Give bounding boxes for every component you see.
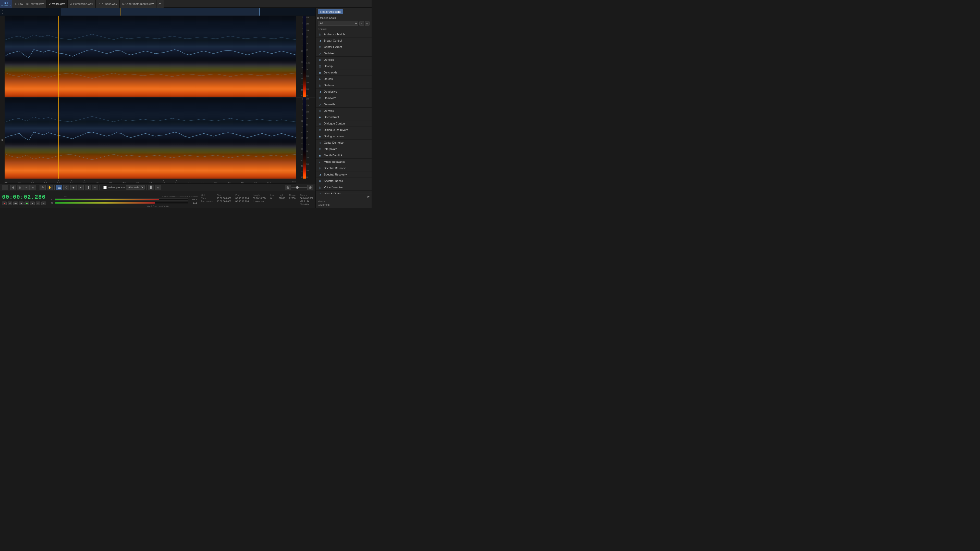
module-item-de-hum[interactable]: ◎ De-hum bbox=[316, 82, 372, 89]
expand-btn[interactable]: ▶ bbox=[366, 194, 371, 198]
module-item-center-extract[interactable]: ◎ Center Extract bbox=[316, 44, 372, 50]
zoom-controls: ⊕ ⊖ ⇔ ⊞ bbox=[10, 185, 36, 190]
module-item-de-bleed[interactable]: ◇ De-bleed bbox=[316, 50, 372, 57]
dialogue-isolate-icon: ◉ bbox=[318, 134, 322, 138]
module-chain-btn[interactable]: ▦ Module Chain bbox=[316, 16, 372, 20]
tool-magic-wand[interactable]: ✦ bbox=[78, 185, 84, 190]
filter-all-select[interactable]: All Repair Utility bbox=[318, 21, 358, 26]
forward-btn[interactable]: ► bbox=[30, 202, 35, 205]
tab-5[interactable]: 5. Other Instruments.wav bbox=[120, 0, 156, 8]
repair-assistant-button[interactable]: Repair Assistant bbox=[318, 9, 343, 14]
rewind-btn[interactable]: ⏮ bbox=[13, 202, 18, 205]
tab-4[interactable]: ✕ 4. Bass.wav bbox=[96, 0, 120, 8]
file-info: 32-bit float | 44100 Hz bbox=[146, 205, 169, 208]
module-item-de-ess[interactable]: ◈ De-ess bbox=[316, 76, 372, 82]
instant-process-label[interactable]: Instant process bbox=[108, 186, 125, 189]
info-start-val: 00:00:000.000 bbox=[217, 197, 231, 200]
attenuate-select[interactable]: Attenuate bbox=[126, 185, 145, 189]
zoom-out-btn[interactable]: ⊖ bbox=[17, 185, 23, 190]
vert-zoom-thumb[interactable] bbox=[296, 186, 299, 189]
right-scale-top: 0-3-6-9-12 -15-20-25-30-35 -40-45-50-55-… bbox=[296, 16, 315, 97]
tab-more-button[interactable]: ≫ bbox=[156, 0, 164, 8]
module-item-de-plosive[interactable]: ◑ De-plosive bbox=[316, 89, 372, 95]
module-item-de-wind[interactable]: ▭ De-wind bbox=[316, 108, 372, 114]
back-btn[interactable]: ◄ bbox=[19, 202, 24, 205]
spectral-repair-label: Spectral Repair bbox=[324, 179, 343, 183]
tab-1[interactable]: 1. Low_Full_Mirror.wav bbox=[12, 0, 46, 8]
tool-select[interactable]: ✥ bbox=[40, 185, 46, 190]
loop-btn[interactable]: ↺ bbox=[8, 202, 12, 205]
module-item-ambience-match[interactable]: ◎ Ambience Match bbox=[316, 31, 372, 38]
overview-collapse-btn2[interactable]: ✕ bbox=[2, 12, 3, 14]
tool-brush[interactable]: ◈ bbox=[70, 185, 76, 190]
overview-wave[interactable] bbox=[5, 8, 315, 16]
module-item-spectral-recovery[interactable]: ◑ Spectral Recovery bbox=[316, 171, 372, 178]
channel-label-R: R bbox=[0, 97, 5, 179]
module-chain-icon: ▦ bbox=[317, 17, 319, 19]
tool-time-select[interactable]: ▐ bbox=[85, 185, 91, 190]
module-item-guitar-de-noise[interactable]: ◎ Guitar De-noise bbox=[316, 140, 372, 146]
tool-channel-toggle[interactable]: ▊ bbox=[148, 185, 154, 190]
spectrogram-L[interactable] bbox=[5, 16, 296, 97]
tool-hand[interactable]: ✋ bbox=[47, 185, 53, 190]
zoom-in-btn[interactable]: ⊕ bbox=[10, 185, 16, 190]
meter-R-bar bbox=[56, 202, 155, 203]
module-item-de-crackle[interactable]: ▦ De-crackle bbox=[316, 69, 372, 76]
module-item-interpolate[interactable]: ◎ Interpolate bbox=[316, 146, 372, 152]
module-item-breath-control[interactable]: ◑ Breath Control bbox=[316, 38, 372, 44]
module-item-dialogue-isolate[interactable]: ◉ Dialogue Isolate bbox=[316, 133, 372, 140]
spectrogram-container[interactable]: L R bbox=[0, 16, 315, 179]
meter-R-label: R bbox=[51, 202, 54, 204]
module-item-music-rebalance[interactable]: ♪ Music Rebalance bbox=[316, 159, 372, 165]
loop-mode-btn[interactable]: ⟲ bbox=[36, 202, 40, 205]
grid-view-btn[interactable]: ⊞ bbox=[365, 21, 369, 26]
spectrogram-main[interactable]: 0-3-6-9-12 -15-20-25-30-35 -40-45-50-55-… bbox=[5, 16, 315, 179]
module-list[interactable]: ◎ Ambience Match ◑ Breath Control ◎ Cent… bbox=[316, 31, 372, 194]
module-item-dialogue-contour[interactable]: ◎ Dialogue Contour bbox=[316, 121, 372, 127]
module-item-spectral-de-noise[interactable]: ◎ Spectral De-noise bbox=[316, 165, 372, 171]
waveform-overview[interactable]: ✕ ✕ bbox=[0, 8, 315, 16]
history-initial-state[interactable]: Initial State bbox=[318, 203, 369, 207]
tab-4-close[interactable]: ✕ bbox=[98, 2, 100, 5]
vert-zoom-in-btn[interactable]: ⊕ bbox=[307, 185, 313, 190]
music-rebalance-icon: ♪ bbox=[318, 160, 322, 164]
mouth-de-click-label: Mouth De-click bbox=[324, 154, 342, 157]
time-tick-95: 9.5 bbox=[254, 180, 256, 183]
spectrogram-R[interactable] bbox=[5, 97, 296, 179]
module-item-de-reverb[interactable]: ◎ De-reverb bbox=[316, 95, 372, 101]
module-item-de-click[interactable]: ◉ De-click bbox=[316, 57, 372, 63]
tool-lasso[interactable]: ⬡ bbox=[63, 185, 69, 190]
module-item-de-clip[interactable]: ▤ De-clip bbox=[316, 63, 372, 69]
module-item-de-rustle[interactable]: ◇ De-rustle bbox=[316, 101, 372, 108]
tab-2[interactable]: 2. Vocal.wav bbox=[46, 0, 68, 8]
overview-collapse-btn[interactable]: ✕ bbox=[2, 9, 3, 11]
module-item-spectral-repair[interactable]: ▦ Spectral Repair bbox=[316, 178, 372, 184]
module-item-mouth-de-click[interactable]: ◉ Mouth De-click bbox=[316, 152, 372, 159]
vert-zoom-out-btn[interactable]: ⊖ bbox=[285, 185, 291, 190]
instant-process-checkbox[interactable] bbox=[103, 186, 107, 189]
tool-scroll-waveform[interactable]: ↕ bbox=[2, 185, 8, 190]
play-btn[interactable]: ▶ bbox=[24, 202, 29, 205]
breath-control-icon: ◑ bbox=[318, 38, 322, 43]
tool-pencil[interactable]: ✏ bbox=[92, 185, 98, 190]
interpolate-icon: ◎ bbox=[318, 147, 322, 151]
info-cursor-hz: 851.4 Hz bbox=[300, 203, 313, 206]
tool-rectangle-select[interactable]: ▬ bbox=[56, 185, 62, 190]
normalize-btn[interactable]: ≋ bbox=[41, 202, 46, 205]
de-bleed-icon: ◇ bbox=[318, 51, 322, 56]
zoom-selection-btn[interactable]: ⊞ bbox=[30, 185, 36, 190]
time-tick-9: 9.0 bbox=[241, 180, 243, 183]
tool-stereo-switch[interactable]: ⊟ bbox=[155, 185, 161, 190]
record-btn[interactable]: ● bbox=[2, 202, 6, 205]
zoom-fit-btn[interactable]: ⇔ bbox=[24, 185, 30, 190]
list-view-btn[interactable]: ≡ bbox=[360, 21, 364, 26]
tab-3[interactable]: 3. Percussion.wav bbox=[68, 0, 96, 8]
vert-zoom-slider[interactable] bbox=[291, 187, 307, 188]
voice-de-noise-icon: ◎ bbox=[318, 185, 322, 189]
module-item-wow-flutter[interactable]: ◎ Wow & Flutter bbox=[316, 191, 372, 194]
module-item-deconstruct[interactable]: ◉ Deconstruct bbox=[316, 114, 372, 121]
time-tick-25: 2.5 bbox=[70, 180, 73, 183]
module-item-voice-de-noise[interactable]: ◎ Voice De-noise bbox=[316, 184, 372, 191]
module-item-dialogue-de-reverb[interactable]: ◎ Dialogue De-reverb bbox=[316, 127, 372, 133]
breath-control-label: Breath Control bbox=[324, 39, 342, 42]
